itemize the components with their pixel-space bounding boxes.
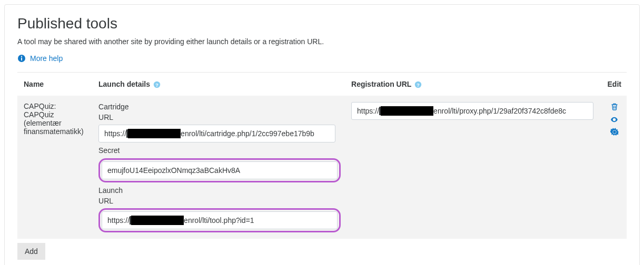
published-tools-panel: Published tools A tool may be shared wit… [4, 4, 640, 265]
cell-launch-details: CartridgeURL Secret LaunchURL [93, 96, 346, 239]
col-name: Name [17, 73, 93, 96]
launch-url-input[interactable] [102, 211, 338, 229]
svg-text:?: ? [417, 83, 420, 88]
col-registration: Registration URL ? [346, 73, 602, 96]
page-description: A tool may be shared with another site b… [17, 37, 627, 46]
launch-url-highlight [98, 208, 341, 232]
col-launch: Launch details ? [93, 73, 346, 96]
col-edit: Edit [602, 73, 627, 96]
add-button[interactable]: Add [17, 243, 45, 260]
cell-registration [346, 96, 602, 239]
more-help-link[interactable]: More help [17, 54, 63, 63]
cell-name: CAPQuiz: CAPQuiz (elementær finansmatema… [17, 96, 93, 239]
secret-input[interactable] [102, 161, 338, 179]
registration-url-input[interactable] [351, 102, 593, 120]
tools-table: Name Launch details ? Registration URL ?… [17, 72, 627, 260]
cell-edit [602, 96, 627, 239]
info-circle-icon [17, 54, 26, 63]
trash-icon[interactable] [610, 102, 619, 111]
page-title: Published tools [17, 15, 627, 32]
cartridge-url-label: CartridgeURL [98, 102, 341, 123]
svg-text:?: ? [155, 83, 158, 88]
more-help-text[interactable]: More help [30, 54, 63, 63]
svg-point-7 [613, 119, 615, 120]
help-icon[interactable]: ? [414, 81, 422, 88]
gear-icon[interactable] [610, 127, 619, 137]
svg-rect-1 [21, 58, 22, 61]
cartridge-url-input[interactable] [98, 125, 335, 142]
add-row: Add [17, 239, 627, 260]
secret-highlight [98, 158, 341, 182]
col-launch-label: Launch details [98, 80, 150, 88]
col-registration-label: Registration URL [351, 80, 411, 88]
launch-url-label: LaunchURL [98, 186, 341, 206]
secret-label: Secret [98, 146, 341, 156]
table-row: CAPQuiz: CAPQuiz (elementær finansmatema… [17, 96, 627, 239]
eye-icon[interactable] [610, 115, 619, 124]
help-icon[interactable]: ? [153, 81, 161, 88]
table-header-row: Name Launch details ? Registration URL ?… [17, 73, 627, 96]
svg-point-2 [21, 56, 22, 57]
